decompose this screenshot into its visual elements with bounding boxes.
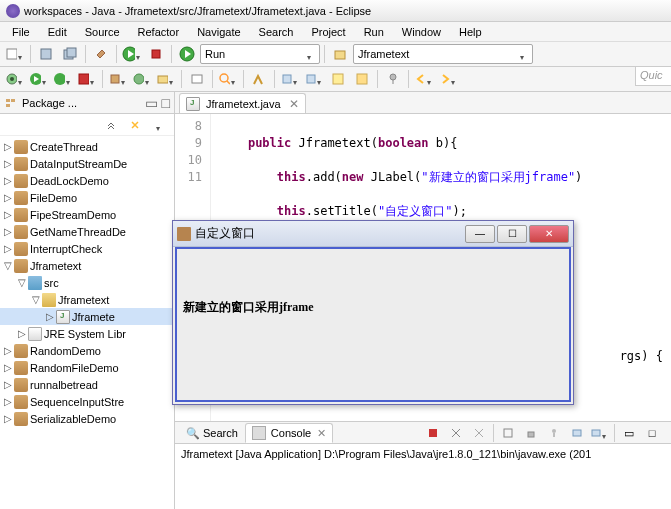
back-button[interactable] [413,69,435,89]
run-config-combo[interactable]: Run [200,44,320,64]
build-button[interactable] [90,44,112,64]
menu-edit[interactable]: Edit [40,24,75,40]
console-output[interactable]: Jframetext [Java Application] D:\Program… [175,444,671,509]
console-min-button[interactable]: ▭ [618,423,640,443]
mark-button[interactable] [248,69,270,89]
tree-node[interactable]: CreateThread [0,138,174,155]
menu-refactor[interactable]: Refactor [130,24,188,40]
quick-access[interactable]: Quic [635,66,671,86]
open-type-button[interactable] [186,69,208,89]
window-titlebar: workspaces - Java - Jframetext/src/Jfram… [0,0,671,22]
stop-button[interactable] [145,44,167,64]
tree-node[interactable]: FipeStreamDemo [0,206,174,223]
eclipse-icon [6,4,20,18]
console-max-button[interactable]: □ [641,423,663,443]
editor-tabs: Jframetext.java ✕ [175,92,671,114]
tree-node[interactable]: SequenceInputStre [0,393,174,410]
java-file-icon [186,97,200,111]
svg-rect-1 [41,49,51,59]
remove-launch-button[interactable] [445,423,467,443]
console-tab[interactable]: Console✕ [245,423,333,443]
java-app-window[interactable]: 自定义窗口 — ☐ ✕ 新建立的窗口采用jframe [172,220,574,405]
menu-source[interactable]: Source [77,24,128,40]
save-all-button[interactable] [59,44,81,64]
maximize-view-icon[interactable]: □ [162,95,170,111]
scroll-lock-button[interactable] [520,423,542,443]
display-console-button[interactable] [566,423,588,443]
console-icon [252,426,266,440]
run-icon-2[interactable] [176,44,198,64]
menu-window[interactable]: Window [394,24,449,40]
search-button[interactable] [217,69,239,89]
project-tree[interactable]: CreateThread DataInputStreamDe DeadLockD… [0,136,174,509]
view-menu-button[interactable] [148,115,170,135]
svg-rect-21 [333,74,343,84]
terminate-button[interactable] [422,423,444,443]
link-editor-button[interactable] [124,115,146,135]
close-tab-icon[interactable]: ✕ [289,97,299,111]
project-combo[interactable]: Jframetext [353,44,533,64]
menu-run[interactable]: Run [356,24,392,40]
menu-help[interactable]: Help [451,24,490,40]
menu-search[interactable]: Search [251,24,302,40]
save-button[interactable] [35,44,57,64]
task-button[interactable] [327,69,349,89]
prev-annotation-button[interactable] [303,69,325,89]
new-class-button[interactable] [131,69,153,89]
clear-console-button[interactable] [497,423,519,443]
new-button[interactable] [4,44,26,64]
new-package-button[interactable] [107,69,129,89]
project-icon [329,44,351,64]
tree-node[interactable]: src [0,274,174,291]
tree-node[interactable]: RandomDemo [0,342,174,359]
close-tab-icon[interactable]: ✕ [317,427,326,440]
tree-node[interactable]: DataInputStreamDe [0,155,174,172]
tree-node[interactable]: DeadLockDemo [0,172,174,189]
bookmark-button[interactable] [351,69,373,89]
svg-rect-29 [504,429,512,437]
forward-button[interactable] [437,69,459,89]
editor-tab[interactable]: Jframetext.java ✕ [179,93,306,113]
external-run-button[interactable] [76,69,98,89]
svg-rect-19 [283,75,291,83]
menu-navigate[interactable]: Navigate [189,24,248,40]
bottom-tabs: 🔍Search Console✕ ▭ □ [175,422,671,444]
next-annotation-button[interactable] [279,69,301,89]
package-explorer-icon [4,96,18,110]
tree-node[interactable]: GetNameThreadDe [0,223,174,240]
tree-node[interactable]: FileDemo [0,189,174,206]
coverage-button[interactable] [52,69,74,89]
menu-project[interactable]: Project [303,24,353,40]
package-icon [14,344,28,358]
package-explorer-tab[interactable]: Package ... ▭ □ [0,92,174,114]
pin-button[interactable] [382,69,404,89]
tree-node[interactable]: runnalbetread [0,376,174,393]
minimize-view-icon[interactable]: ▭ [145,95,158,111]
app-minimize-button[interactable]: — [465,225,495,243]
tree-node-selected[interactable]: Jframete [0,308,174,325]
app-maximize-button[interactable]: ☐ [497,225,527,243]
tree-node[interactable]: Jframetext [0,291,174,308]
run-button-2[interactable] [28,69,50,89]
remove-all-button[interactable] [468,423,490,443]
debug-button[interactable] [4,69,26,89]
run-button[interactable] [121,44,143,64]
svg-rect-0 [7,49,17,59]
tree-node[interactable]: JRE System Libr [0,325,174,342]
svg-rect-25 [6,99,10,102]
search-tab[interactable]: 🔍Search [179,423,245,443]
pin-console-button[interactable] [543,423,565,443]
svg-rect-15 [158,76,168,83]
collapse-all-button[interactable] [100,115,122,135]
new-folder-button[interactable] [155,69,177,89]
svg-rect-3 [67,48,76,57]
app-close-button[interactable]: ✕ [529,225,569,243]
tree-node[interactable]: Jframetext [0,257,174,274]
menu-file[interactable]: File [4,24,38,40]
tree-node[interactable]: RandomFileDemo [0,359,174,376]
tree-node[interactable]: SerializableDemo [0,410,174,427]
open-console-button[interactable] [589,423,611,443]
app-titlebar[interactable]: 自定义窗口 — ☐ ✕ [173,221,573,247]
tree-node[interactable]: InterruptCheck [0,240,174,257]
svg-rect-34 [592,430,600,436]
